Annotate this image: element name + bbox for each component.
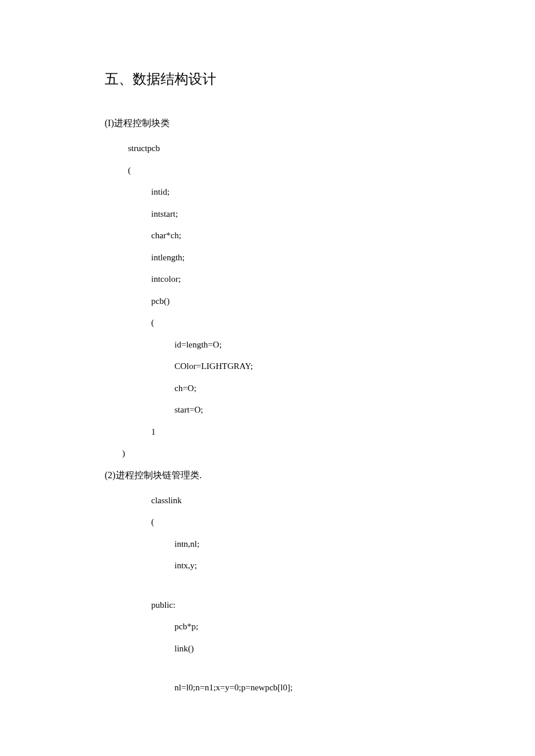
code-line: ch=O; xyxy=(105,378,430,400)
code-line: id=length=O; xyxy=(105,334,430,356)
code-line: ) xyxy=(105,443,430,465)
code-line: intstart; xyxy=(105,203,430,225)
code-line: intlength; xyxy=(105,247,430,269)
section-2-label: (2)进程控制块链管理类. xyxy=(105,470,430,482)
code-line: COlor=LIGHTGRAY; xyxy=(105,356,430,378)
code-line: pcb*p; xyxy=(105,616,430,638)
code-line: 1 xyxy=(105,421,430,443)
section-heading: 五、数据结构设计 xyxy=(105,70,430,88)
section-1-paren: (I) xyxy=(105,118,114,128)
code-line: intcolor; xyxy=(105,268,430,291)
code-line: classlink xyxy=(105,490,430,512)
code-line: link() xyxy=(105,638,430,660)
code-line: intn,nl; xyxy=(105,533,430,556)
code-block-1: structpcb ( intid; intstart; char*ch; in… xyxy=(105,138,430,465)
section-2-paren: (2) xyxy=(105,470,116,480)
code-line: ( xyxy=(105,511,430,533)
section-1-text: 进程控制块类 xyxy=(114,118,170,128)
code-line: public: xyxy=(105,594,430,617)
code-line: pcb() xyxy=(105,291,430,313)
code-block-2: classlink ( intn,nl; intx,y; public: pcb… xyxy=(105,490,430,699)
code-line: ( xyxy=(105,312,430,334)
code-line: intx,y; xyxy=(105,555,430,577)
code-line: char*ch; xyxy=(105,225,430,247)
code-line: ( xyxy=(105,160,430,182)
code-line: structpcb xyxy=(105,138,430,160)
section-2-text: 进程控制块链管理类. xyxy=(116,470,202,480)
code-line: start=O; xyxy=(105,399,430,421)
code-line: nl=l0;n=n1;x=y=0;p=newpcb[l0]; xyxy=(105,677,430,699)
section-1-label: (I)进程控制块类 xyxy=(105,117,430,130)
code-line: intid; xyxy=(105,181,430,203)
